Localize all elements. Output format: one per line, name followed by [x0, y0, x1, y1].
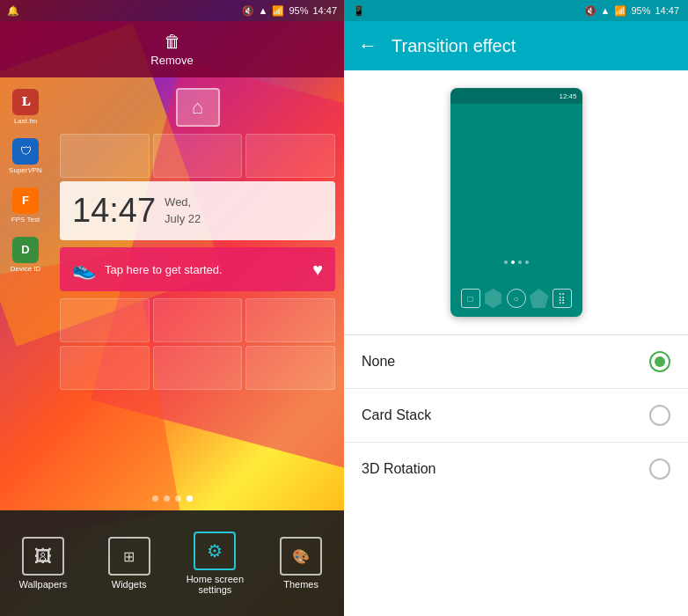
- right-mute-icon: 🔇: [584, 5, 597, 17]
- nav-item-wallpapers[interactable]: 🖼 Wallpapers: [8, 537, 78, 590]
- right-signal-icon: 📶: [614, 5, 626, 17]
- right-header: ← Transition effect: [344, 21, 688, 70]
- grid-cell: [60, 298, 150, 342]
- shoe-icon: 👟: [72, 258, 96, 281]
- remove-label: Remove: [150, 54, 193, 67]
- dot-3: [175, 495, 181, 502]
- page-dots: [0, 495, 344, 502]
- grid-cell: [245, 298, 335, 342]
- preview-dot-3: [518, 260, 522, 264]
- home-icon-row: ⌂: [60, 88, 335, 127]
- home-icon: ⌂: [176, 88, 220, 127]
- grid-cell: [245, 134, 335, 178]
- preview-dots: [450, 260, 582, 264]
- grid-cell: [153, 346, 243, 390]
- options-list: None Card Stack 3D Rotation: [344, 335, 688, 616]
- radio-none-inner: [655, 356, 665, 367]
- nav-item-widgets[interactable]: ⊞ Widgets: [94, 537, 165, 590]
- battery-pct: 95%: [289, 5, 308, 16]
- grid-cell: [153, 298, 243, 342]
- dot-1: [152, 495, 158, 502]
- left-panel: 🔔 🔇 ▲ 📶 95% 14:47 🗑 Remove 𝐋 Last.fm 🛡 S…: [0, 0, 344, 616]
- widgets-area: ⌂ 14:47 Wed,July 22 👟 Tap here to get st…: [51, 79, 344, 402]
- preview-time: 12:45: [559, 92, 576, 100]
- header-title: Transition effect: [392, 36, 516, 56]
- preview-area: 12:45 □ ○ ⣿: [344, 70, 688, 335]
- widgets-label: Widgets: [112, 579, 147, 590]
- grid-cell: [60, 134, 150, 178]
- radio-none[interactable]: [649, 351, 670, 372]
- right-wifi-icon: ▲: [601, 5, 611, 16]
- android-icon: 📱: [353, 5, 365, 17]
- wallpapers-icon: 🖼: [22, 537, 64, 576]
- radio-card-stack[interactable]: [649, 405, 670, 426]
- trash-icon: 🗑: [164, 32, 181, 52]
- app-icon-deviceid[interactable]: D Device ID: [5, 234, 46, 275]
- home-settings-label: Home screen settings: [179, 574, 250, 595]
- right-status-left: 📱: [353, 5, 365, 17]
- preview-icons: □ ○ ⣿: [450, 289, 582, 308]
- clock-widget: 14:47 Wed,July 22: [60, 181, 335, 240]
- preview-dot-2: [511, 260, 515, 264]
- app-icon-supervpn[interactable]: 🛡 SuperVPN: [5, 136, 46, 176]
- app-icon-lastfm[interactable]: 𝐋 Last.fm: [5, 86, 46, 127]
- themes-label: Themes: [283, 579, 318, 590]
- dot-2: [164, 495, 170, 502]
- option-card-stack-label: Card Stack: [362, 407, 431, 423]
- heart-icon: ♥: [312, 260, 323, 280]
- home-settings-icon: ⚙: [194, 532, 236, 570]
- widgets-icon: ⊞: [108, 537, 150, 576]
- preview-dot-4: [525, 260, 529, 264]
- notification-icon: 🔔: [7, 5, 19, 17]
- grid-row-1: [60, 134, 335, 178]
- preview-status: 12:45: [450, 88, 582, 104]
- right-time: 14:47: [655, 5, 679, 16]
- right-status-bar: 📱 🔇 ▲ 📶 95% 14:47: [344, 0, 688, 21]
- radio-3d-rotation[interactable]: [649, 458, 670, 480]
- mute-icon: 🔇: [242, 5, 254, 17]
- grid-row-3: [60, 346, 335, 390]
- themes-icon: 🎨: [280, 537, 322, 576]
- health-text: Tap here to get started.: [105, 263, 304, 276]
- preview-icon-grid: ⣿: [553, 289, 572, 308]
- option-3d-rotation-label: 3D Rotation: [362, 461, 436, 477]
- right-panel: 📱 🔇 ▲ 📶 95% 14:47 ← Transition effect 12…: [344, 0, 688, 616]
- option-3d-rotation[interactable]: 3D Rotation: [344, 443, 688, 495]
- grid-cell: [60, 346, 150, 390]
- preview-icon-penta: [530, 289, 549, 308]
- nav-item-themes[interactable]: 🎨 Themes: [266, 537, 336, 590]
- health-widget[interactable]: 👟 Tap here to get started. ♥: [60, 247, 335, 291]
- nav-item-home-settings[interactable]: ⚙ Home screen settings: [179, 532, 250, 595]
- preview-icon-square: □: [461, 289, 480, 308]
- option-none-label: None: [362, 354, 395, 370]
- signal-icon: 📶: [272, 5, 284, 17]
- remove-bar[interactable]: 🗑 Remove: [0, 21, 344, 77]
- left-status-bar: 🔔 🔇 ▲ 📶 95% 14:47: [0, 0, 344, 21]
- right-battery: 95%: [631, 5, 650, 16]
- grid-cell: [153, 134, 243, 178]
- grid-row-2: [60, 298, 335, 342]
- status-time: 14:47: [312, 5, 337, 16]
- dot-4-active: [187, 495, 193, 502]
- option-none[interactable]: None: [344, 335, 688, 389]
- clock-date: Wed,July 22: [165, 194, 201, 226]
- phone-preview: 12:45 □ ○ ⣿: [450, 88, 582, 317]
- preview-icon-circle: ○: [507, 289, 526, 308]
- clock-time: 14:47: [72, 192, 156, 230]
- preview-dot-1: [504, 260, 508, 264]
- wallpapers-label: Wallpapers: [19, 579, 68, 590]
- grid-cell: [245, 346, 335, 390]
- bottom-nav: 🖼 Wallpapers ⊞ Widgets ⚙ Home screen set…: [0, 510, 344, 616]
- preview-icon-hex: [484, 289, 503, 308]
- option-card-stack[interactable]: Card Stack: [344, 389, 688, 443]
- wifi-icon: ▲: [259, 5, 268, 16]
- app-icon-fpstest[interactable]: F FPS Test: [5, 185, 46, 225]
- back-button[interactable]: ←: [358, 34, 377, 57]
- app-sidebar: 𝐋 Last.fm 🛡 SuperVPN F FPS Test D Device…: [0, 77, 51, 502]
